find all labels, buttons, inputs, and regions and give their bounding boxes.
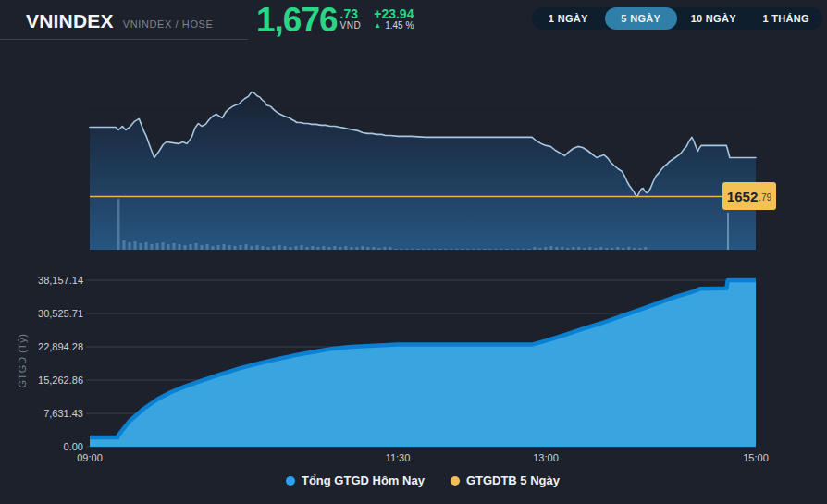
volume-bar [151,244,154,250]
time-tick-label: 13:00 [518,452,574,463]
volume-bar [566,248,569,250]
volume-bar [316,247,319,250]
volume-bar [173,243,176,250]
volume-bar [251,246,253,250]
volume-bar [549,246,552,250]
volume-bar [223,244,226,250]
volume-bar [290,247,292,250]
volume-bar [450,249,452,250]
legend-item[interactable]: Tổng GTGD Hôm Nay [286,473,425,487]
volume-bar [594,248,597,250]
volume-bar [145,242,148,250]
volume-bar [527,249,530,250]
volume-bar [389,247,391,250]
reference-price-label: 1652 .79 [722,182,776,210]
volume-bar [162,242,165,250]
volume-bar [483,249,486,250]
volume-bar [134,241,137,250]
volume-bar [455,249,458,250]
volume-bar [311,246,314,250]
volume-bar [123,240,126,250]
reference-price-main: 1652 [727,189,758,204]
volume-bar [505,249,508,250]
gtgd-area-chart[interactable] [86,280,756,447]
volume-bar [234,246,237,250]
volume-bar [240,245,242,250]
volume-bar [611,248,613,250]
volume-bar [201,245,204,250]
volume-bar [361,246,364,250]
volume-bar [256,245,259,250]
volume-bar [555,247,558,250]
volume-bar [477,249,480,250]
volume-bar [472,249,475,250]
volume-bar [273,246,276,250]
volume-bar [572,247,574,250]
volume-bar [140,243,142,250]
volume-bar [184,245,187,250]
vnindex-dashboard: { "header": { "symbol": "VNINDEX", "subt… [0,0,827,504]
volume-bar [433,249,436,250]
volume-bar [245,244,248,250]
volume-bar [444,249,447,250]
volume-bar [644,247,647,250]
volume-bar [427,249,430,250]
volume-bar [544,247,547,250]
volume-bar [516,249,519,250]
legend-item[interactable]: GTGDTB 5 Ngày [451,473,560,487]
gtgd-y-tick-label: 38,157.14 [0,274,83,287]
volume-bar [333,246,336,250]
volume-bar [372,247,375,250]
volume-bar [190,244,192,250]
volume-bar [350,247,352,250]
time-tick-label: 09:00 [62,452,117,463]
gtgd-y-tick-label: 0.00 [0,440,83,453]
volume-bar [344,246,347,250]
volume-bar [622,248,624,250]
volume-bar [494,249,497,250]
volume-bar [599,247,602,250]
volume-bar [394,249,397,250]
legend-label: GTGDTB 5 Ngày [466,473,560,487]
volume-bar [633,248,636,250]
volume-bar [327,247,330,250]
volume-bar [583,248,586,250]
volume-bar [438,249,441,250]
volume-bar [206,244,209,250]
volume-bar [605,248,608,250]
volume-bar [466,249,469,250]
volume-bar [267,247,270,250]
index-price-chart[interactable] [90,92,756,251]
volume-bar [295,246,298,250]
volume-bar-atc [727,213,729,250]
volume-bar [638,248,641,250]
volume-bar [179,244,181,250]
charts-canvas[interactable] [0,0,827,504]
volume-bar [129,242,131,250]
time-tick-label: 11:30 [370,452,426,463]
volume-bar [195,243,198,250]
volume-bar [561,247,563,250]
legend-dot-icon [286,476,295,486]
reference-price-fraction: .79 [759,192,771,203]
volume-bar [411,249,414,250]
volume-bar [167,244,170,250]
volume-bar [228,245,231,250]
volume-bar [156,243,159,250]
volume-bar [301,245,303,250]
gtgd-y-tick-label: 7,631.43 [0,407,83,420]
chart-legend: Tổng GTGD Hôm NayGTGDTB 5 Ngày [90,473,756,487]
volume-bar [522,249,525,250]
volume-bar [577,247,580,250]
volume-bar [355,247,358,250]
volume-bar [533,247,536,250]
volume-bar [278,245,281,250]
volume-bar [284,246,287,250]
volume-bar [117,199,120,250]
volume-bar [217,245,220,250]
volume-bar [306,247,309,250]
legend-dot-icon [451,476,460,486]
volume-bar [616,247,619,250]
gtgd-y-tick-label: 30,525.71 [0,307,83,320]
volume-bar [461,249,463,250]
